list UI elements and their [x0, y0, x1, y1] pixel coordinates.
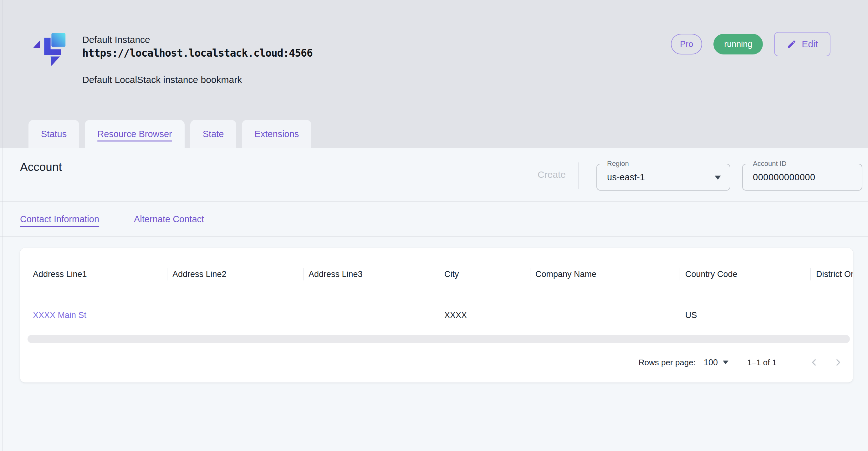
rows-per-page-label: Rows per page:	[639, 358, 695, 367]
instance-url: https://localhost.localstack.cloud:4566	[82, 47, 313, 59]
cell-city: XXXX	[439, 305, 530, 326]
account-id-field[interactable]: Account ID 000000000000	[742, 164, 862, 190]
instance-description: Default LocalStack instance bookmark	[82, 74, 242, 85]
account-subtabs: Contact Information Alternate Contact	[0, 202, 868, 237]
cell-address-line3	[303, 305, 439, 326]
subtab-contact-information[interactable]: Contact Information	[20, 202, 99, 236]
pencil-icon	[787, 39, 797, 49]
account-id-value: 000000000000	[753, 164, 815, 190]
pagination-range: 1–1 of 1	[747, 358, 777, 367]
column-header-address-line2: Address Line2	[167, 264, 303, 284]
instance-header: Default Instance https://localhost.local…	[0, 0, 868, 148]
localstack-logo-icon	[30, 26, 72, 69]
region-value: us-east-1	[607, 164, 645, 190]
toolbar-divider	[578, 162, 579, 189]
page-title: Account	[20, 160, 62, 174]
pagination: Rows per page: 100 1–1 of 1	[639, 353, 844, 372]
address-line1-link[interactable]: XXXX Main St	[33, 310, 86, 320]
cell-district	[810, 305, 853, 326]
tab-resource-browser[interactable]: Resource Browser	[85, 120, 185, 148]
column-header-address-line3: Address Line3	[303, 264, 439, 284]
region-select[interactable]: Region us-east-1	[596, 164, 730, 190]
column-header-city: City	[439, 264, 530, 284]
column-header-district: District Or	[810, 264, 853, 284]
table-header-row: Address Line1 Address Line2 Address Line…	[20, 264, 853, 284]
column-header-address-line1: Address Line1	[20, 264, 167, 284]
pro-badge: Pro	[671, 34, 702, 55]
horizontal-scrollbar[interactable]	[28, 335, 850, 343]
cell-company-name	[530, 305, 680, 326]
chevron-down-icon	[723, 361, 728, 364]
edit-button[interactable]: Edit	[774, 32, 831, 56]
column-header-country-code: Country Code	[680, 264, 810, 284]
chevron-left-icon	[809, 357, 819, 368]
localstack-instance-page: Default Instance https://localhost.local…	[0, 0, 868, 451]
previous-page-button[interactable]	[809, 357, 819, 368]
tab-state[interactable]: State	[190, 120, 237, 148]
edit-button-label: Edit	[802, 39, 818, 50]
instance-tab-bar: Status Resource Browser State Extensions	[29, 120, 311, 148]
create-button[interactable]: Create	[536, 164, 568, 186]
next-page-button[interactable]	[833, 357, 844, 368]
tab-extensions[interactable]: Extensions	[242, 120, 311, 148]
chevron-right-icon	[833, 357, 844, 368]
rows-per-page-value: 100	[704, 358, 718, 367]
tab-status[interactable]: Status	[29, 120, 79, 148]
cell-country-code: US	[680, 305, 810, 326]
chevron-down-icon	[715, 176, 721, 180]
resource-toolbar: Account Create Region us-east-1 Account …	[0, 148, 868, 202]
table-row: XXXX Main St XXXX US	[20, 305, 853, 326]
column-header-company-name: Company Name	[530, 264, 680, 284]
subtab-alternate-contact[interactable]: Alternate Contact	[134, 202, 204, 236]
resource-browser-panel: Account Create Region us-east-1 Account …	[0, 148, 868, 451]
cell-address-line2	[167, 305, 303, 326]
window-gutter-line	[2, 0, 3, 451]
status-badge: running	[713, 34, 763, 55]
header-actions: Pro running Edit	[671, 32, 831, 56]
rows-per-page-select[interactable]: 100	[704, 358, 728, 367]
contact-information-table-card: Address Line1 Address Line2 Address Line…	[20, 248, 853, 383]
instance-name: Default Instance	[82, 34, 150, 45]
